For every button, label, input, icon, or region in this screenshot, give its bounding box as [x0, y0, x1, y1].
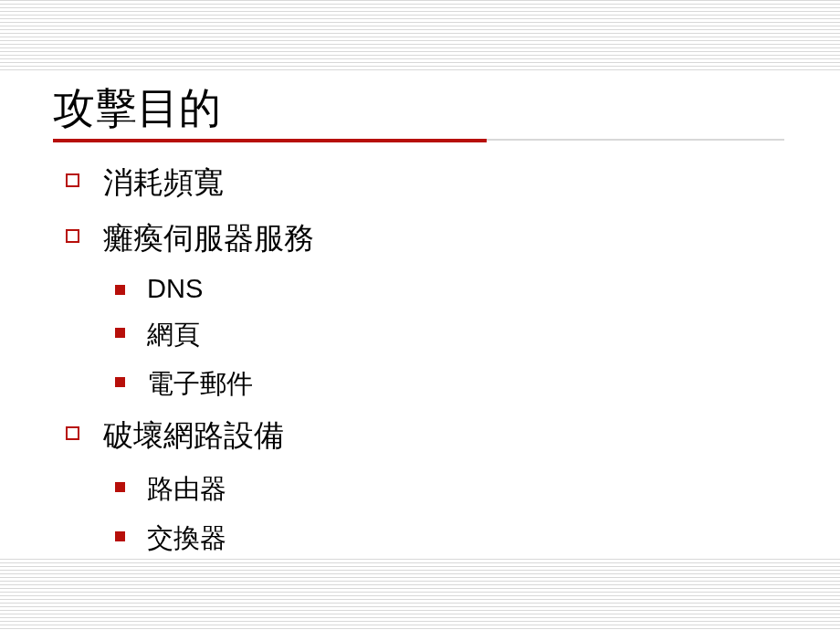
list-item: 癱瘓伺服器服務 [66, 218, 314, 259]
sub-list-item-label: 網頁 [147, 317, 200, 353]
sub-list-item: 電子郵件 [115, 366, 314, 403]
sub-list-item: DNS [115, 274, 314, 304]
list-item: 破壞網路設備 [66, 415, 314, 457]
sub-list-item: 網頁 [115, 317, 314, 353]
sub-list-item: 路由器 [115, 471, 314, 508]
content-area: 消耗頻寬 癱瘓伺服器服務 DNS 網頁 電子郵件 破壞網路設備 路由器 交換器 [66, 163, 314, 570]
square-filled-bullet-icon [115, 377, 125, 387]
square-filled-bullet-icon [115, 482, 125, 492]
sub-list-item-label: DNS [147, 274, 203, 304]
square-filled-bullet-icon [115, 531, 125, 541]
list-item-label: 癱瘓伺服器服務 [103, 218, 314, 259]
sub-list-item-label: 交換器 [147, 520, 226, 557]
sub-list-item-label: 電子郵件 [147, 366, 253, 403]
list-item-label: 破壞網路設備 [103, 415, 284, 457]
square-outline-bullet-icon [66, 426, 79, 440]
sub-list-item: 交換器 [115, 520, 314, 557]
title-underline-gray [487, 139, 784, 141]
sub-list-item-label: 路由器 [147, 471, 226, 508]
square-filled-bullet-icon [115, 328, 125, 338]
list-item-label: 消耗頻寬 [103, 163, 224, 204]
square-outline-bullet-icon [66, 173, 79, 187]
square-filled-bullet-icon [115, 285, 125, 295]
list-item: 消耗頻寬 [66, 163, 314, 204]
top-stripes-decoration [0, 0, 840, 71]
title-underline-red [53, 139, 487, 142]
square-outline-bullet-icon [66, 229, 79, 243]
slide-title: 攻擊目的 [53, 80, 221, 137]
